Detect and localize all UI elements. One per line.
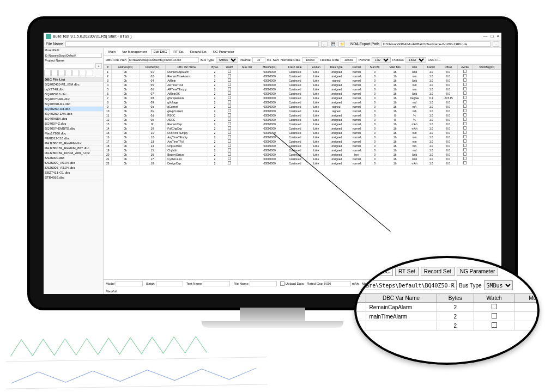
watch-checkbox[interactable]: [228, 157, 231, 160]
table-row[interactable]: 40b05ARTimeTFull200000000ContinuedLittle…: [104, 83, 501, 87]
watch-checkbox[interactable]: [228, 96, 231, 99]
dbc-list-item[interactable]: SN26006_A3.04.dbc: [44, 166, 103, 170]
batch-input[interactable]: [156, 281, 183, 286]
awrite-checkbox[interactable]: [463, 157, 467, 160]
dbc-list-item[interactable]: BQ20Z45J-R1_IBM.dbc: [44, 82, 103, 87]
col-header[interactable]: MaxVal(0x): [257, 65, 282, 70]
sort-label[interactable]: Sort: [273, 58, 279, 62]
tool-4[interactable]: [65, 70, 72, 76]
dbc-list-item[interactable]: BQ28Z610.dbc: [44, 92, 103, 97]
zoom-tab-rtset[interactable]: RT Set: [395, 267, 419, 276]
tab-main[interactable]: Main: [106, 49, 118, 54]
new-icon[interactable]: +: [95, 63, 102, 69]
col-header[interactable]: Address(0x): [112, 65, 139, 70]
col-header[interactable]: Unit: [405, 65, 423, 70]
awrite-checkbox[interactable]: [463, 109, 467, 112]
watch-checkbox[interactable]: [228, 74, 231, 77]
pull-select[interactable]: 1.5kΩ: [405, 57, 426, 63]
awrite-checkbox[interactable]: [463, 113, 467, 117]
model-input[interactable]: [116, 281, 143, 286]
zoom-dbc-path[interactable]: [354, 280, 457, 290]
table-row[interactable]: 10b01RemainCapAlarm200000000ContinuedLit…: [104, 70, 501, 74]
dbc-list-item[interactable]: bqYZ748.dbc: [44, 87, 103, 92]
table-row[interactable]: 100b0bgAvgCurrent200000000ContinuedLittl…: [104, 109, 501, 113]
awrite-checkbox[interactable]: [463, 148, 467, 151]
col-header[interactable]: Fresh Rate: [282, 65, 307, 70]
watch-checkbox[interactable]: [228, 122, 231, 125]
watch-checkbox[interactable]: [228, 135, 231, 138]
awrite-checkbox[interactable]: [463, 100, 467, 103]
bus-type-select[interactable]: SMBus: [216, 57, 238, 63]
col-header[interactable]: Mux Var: [238, 65, 257, 70]
col-header[interactable]: #: [104, 65, 112, 70]
table-row[interactable]: 150b11RunTimeTEmpty200000000ContinuedLit…: [104, 131, 501, 135]
col-header[interactable]: Bytes: [208, 65, 222, 70]
awrite-checkbox[interactable]: [463, 91, 467, 95]
flex-input[interactable]: [341, 57, 357, 63]
save-icon[interactable]: 💾: [330, 41, 336, 47]
port-select[interactable]: 1.8V: [372, 57, 391, 63]
maximize-button[interactable]: □: [491, 34, 493, 39]
awrite-checkbox[interactable]: [463, 152, 467, 156]
tab-rt-set[interactable]: RT Set: [171, 49, 186, 54]
watch-checkbox[interactable]: [228, 105, 231, 108]
interval-input[interactable]: [252, 57, 265, 63]
zoom-tab-ngparam[interactable]: NG Parameter: [457, 267, 498, 276]
zoom-watch-1[interactable]: [492, 304, 497, 309]
watch-checkbox[interactable]: [228, 144, 231, 147]
col-header[interactable]: Factor: [423, 65, 439, 70]
watch-checkbox[interactable]: [228, 113, 231, 117]
tool-5[interactable]: [72, 70, 79, 76]
dbc-list-item[interactable]: MM8013C10.dbc: [44, 136, 103, 141]
watch-checkbox[interactable]: [228, 70, 231, 73]
tab-ng-parameter[interactable]: NG Parameter: [210, 49, 237, 54]
zoom-tab-recordset[interactable]: Record Set: [421, 267, 455, 276]
upload-checkbox[interactable]: [280, 281, 284, 286]
dbc-list-item[interactable]: SN26000.dbc: [44, 156, 103, 161]
table-row[interactable]: 130b0fRemainCap200000000ContinuedLittleu…: [104, 122, 501, 126]
watch-checkbox[interactable]: [228, 126, 231, 130]
col-header[interactable]: Valid Bits: [384, 65, 405, 70]
tool-1[interactable]: [44, 70, 51, 76]
watch-checkbox[interactable]: [228, 139, 231, 143]
dbc-list-item[interactable]: SBZ7411-G1.dbc: [44, 170, 103, 175]
ratedcap-input[interactable]: [324, 281, 351, 286]
watch-checkbox[interactable]: [228, 131, 231, 134]
table-row[interactable]: 110b0dRSOC200000000ContinuedLittleunsign…: [104, 113, 501, 118]
col-header[interactable]: VrimMsg(0x): [473, 65, 501, 70]
table-row[interactable]: 120b0eASOC200000000ContinuedLittleunsign…: [104, 118, 501, 122]
dbc-path-input[interactable]: [128, 57, 199, 63]
table-row[interactable]: 80b09gVoltage200000000ContinuedLittleuns…: [104, 100, 501, 105]
dbc-list-item[interactable]: BQ4007J-R4.dbc: [44, 97, 103, 102]
awrite-checkbox[interactable]: [463, 144, 467, 147]
table-row[interactable]: 50b06ARTimeTEmpty200000000ContinuedLittl…: [104, 87, 501, 91]
nominal-input[interactable]: [302, 57, 318, 63]
dbc-list-item[interactable]: BQ40X90-R1.dbc: [44, 102, 103, 107]
awrite-checkbox[interactable]: [463, 78, 467, 82]
col-header[interactable]: Endian: [307, 65, 324, 70]
awrite-checkbox[interactable]: [463, 126, 467, 130]
awrite-checkbox[interactable]: [463, 96, 467, 99]
awrite-checkbox[interactable]: [463, 74, 467, 77]
testname-input[interactable]: [203, 281, 230, 286]
dbc-list-item[interactable]: SN26000_A0.04.dbc: [44, 161, 103, 166]
filename-input2[interactable]: [250, 281, 277, 286]
nda-path-input[interactable]: [382, 41, 491, 47]
dbc-list-item[interactable]: RAJ280C82_RaidFM_807.dbc: [44, 146, 103, 151]
watch-checkbox[interactable]: [228, 118, 231, 121]
awrite-checkbox[interactable]: [463, 118, 467, 121]
table-row[interactable]: 90b0agCurrent200000000ContinuedLittlesig…: [104, 105, 501, 109]
tool-7[interactable]: [87, 70, 93, 76]
minimize-button[interactable]: —: [483, 34, 487, 39]
col-header[interactable]: DBC Var Name: [166, 65, 208, 70]
file-name-input[interactable]: [65, 41, 319, 47]
table-row[interactable]: 60b07AtRateOK200000000ContinuedLittleuns…: [104, 91, 501, 96]
project-name-input[interactable]: [45, 64, 94, 69]
awrite-checkbox[interactable]: [463, 105, 467, 108]
table-row[interactable]: 140b10FullChgCap200000000ContinuedLittle…: [104, 126, 501, 131]
zoom-bus-select[interactable]: SMBus: [484, 280, 513, 290]
watch-checkbox[interactable]: [228, 87, 231, 90]
tab-var-management[interactable]: Var Management: [119, 49, 150, 54]
table-row[interactable]: 180b14ChgCurrent200000000ContinuedLittle…: [104, 144, 501, 148]
tool-2[interactable]: [51, 70, 58, 76]
